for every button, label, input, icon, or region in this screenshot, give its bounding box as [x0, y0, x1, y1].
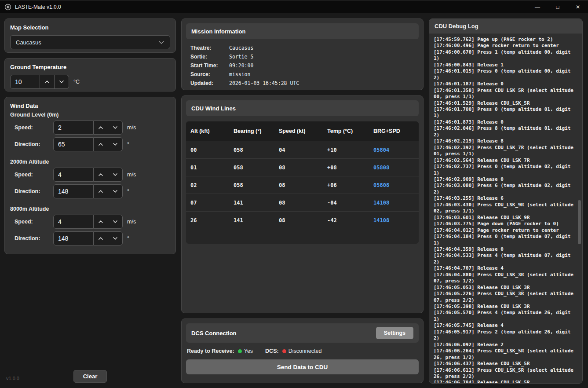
unit-label: m/s [127, 219, 136, 225]
log-entry: [17:46:04.359] Release 0 [434, 246, 579, 253]
wind-table-cell: +10 [327, 147, 373, 153]
wind-table-cell: 05808 [373, 165, 419, 171]
increment-button[interactable] [94, 231, 108, 245]
dcs-connection-header: DCS Connection Settings [186, 323, 419, 343]
log-entry: [17:46:06.611] Press CDU_LSK_5R (select … [434, 367, 579, 380]
speed-label: Speed: [10, 219, 53, 225]
wind-table-row[interactable]: 2614108-4214108 [186, 211, 419, 229]
wind-table-body: 0005804+10058040105808+08058080205808+06… [186, 141, 419, 229]
window-title: LASTE-Mate v1.0.0 [15, 4, 61, 10]
send-data-to-cdu-button[interactable]: Send Data to CDU [186, 359, 419, 374]
mission-row: Theatre:Caucasus [190, 44, 414, 52]
increment-button[interactable] [94, 137, 108, 151]
wind-table-cell: 05804 [373, 147, 419, 153]
wind-table-row[interactable]: 0105808+0805808 [186, 158, 419, 176]
temperature-input[interactable] [10, 75, 40, 89]
mission-row: Source:mission [190, 70, 414, 79]
log-entry: [17:46:05.745] Release 4 [434, 322, 579, 329]
ready-status-value: Yes [244, 348, 253, 354]
wind-table-header: Alt (kft)Bearing (°)Speed (kt)Temp (°C)B… [186, 121, 419, 141]
direction-row: Direction:° [10, 137, 170, 151]
direction-input[interactable] [53, 184, 94, 198]
unit-label: ° [127, 235, 129, 242]
log-entry: [17:46:03.080] Press 6 (temp altitude 02… [434, 183, 579, 195]
speed-input[interactable] [53, 121, 94, 135]
decrement-button[interactable] [108, 137, 123, 151]
clear-button[interactable]: Clear [73, 370, 107, 383]
mission-row-label: Start Time: [190, 62, 229, 69]
decrement-button[interactable] [55, 75, 69, 89]
cdu-debug-log-header: CDU Debug Log [429, 19, 582, 33]
unit-label: m/s [127, 172, 136, 178]
dcs-connection-panel: DCS Connection Settings Ready to Receive… [181, 318, 424, 383]
wind-table-row[interactable]: 0005804+1005804 [186, 141, 419, 158]
increment-button[interactable] [94, 121, 108, 135]
window-controls: — □ ✕ [527, 0, 588, 13]
wind-table-row[interactable]: 0714108-0414108 [186, 194, 419, 211]
cdu-wind-lines-header: CDU Wind Lines [186, 100, 419, 116]
wind-section-label: Ground Level (0m) [10, 112, 170, 118]
increment-button[interactable] [94, 215, 108, 229]
speed-input[interactable] [53, 168, 94, 182]
log-entry: [17:46:06.264] Press CDU_LSK_5R (select … [434, 348, 579, 361]
close-icon: ✕ [576, 4, 580, 10]
log-entry: [17:46:00.670] Press 1 (temp altitude 00… [434, 49, 579, 62]
direction-input[interactable] [53, 231, 94, 245]
dcs-status-dot [282, 349, 286, 353]
wind-table-cell: 07 [186, 200, 234, 206]
wind-table-column-header: Temp (°C) [327, 128, 373, 134]
settings-button[interactable]: Settings [376, 327, 413, 339]
speed-input[interactable] [53, 215, 94, 229]
decrement-button[interactable] [108, 184, 123, 198]
increment-button[interactable] [94, 184, 108, 198]
log-entry: [17:46:05.917] Press 2 (temp altitude 26… [434, 329, 579, 342]
increment-button[interactable] [94, 168, 108, 182]
wind-table-cell: 08 [279, 200, 327, 206]
wind-table-cell: 05808 [373, 182, 419, 188]
wind-table-cell: 02 [186, 182, 234, 188]
chevron-down-icon [158, 40, 164, 44]
unit-label: ° [127, 141, 129, 147]
decrement-button[interactable] [108, 215, 123, 229]
speed-row: Speed:m/s [10, 215, 170, 229]
minimize-button[interactable]: — [527, 0, 548, 13]
wind-table-column-header: Speed (kt) [279, 128, 327, 134]
log-entry: [17:46:03.775] Page down (PAGE rocker to… [434, 221, 579, 227]
minimize-icon: — [535, 4, 540, 10]
dcs-connection-title: DCS Connection [191, 330, 237, 337]
unit-label: ° [127, 188, 129, 194]
log-entry: [17:46:04.880] Press CDU_LSK_3R (select … [434, 272, 579, 285]
wind-section: 2000m AltitudeSpeed:m/sDirection:° [10, 159, 170, 198]
decrement-button[interactable] [108, 231, 123, 245]
wind-table-column-header: BRG+SPD [373, 128, 419, 134]
cdu-wind-lines-title: CDU Wind Lines [191, 105, 236, 112]
increment-button[interactable] [40, 75, 55, 89]
log-entry: [17:46:06.092] Release 2 [434, 342, 579, 348]
map-selection-panel: Map Selection Caucasus [4, 18, 176, 53]
direction-row: Direction:° [10, 231, 170, 245]
decrement-button[interactable] [108, 121, 123, 135]
log-entry: [17:46:01.015] Press 0 (temp altitude 00… [434, 68, 579, 81]
wind-table-cell: 058 [234, 165, 279, 171]
direction-input[interactable] [53, 137, 94, 151]
log-entry: [17:46:01.873] Release 0 [434, 119, 579, 125]
wind-table-cell: -42 [327, 217, 373, 223]
speed-label: Speed: [10, 172, 53, 178]
close-button[interactable]: ✕ [568, 0, 588, 13]
ground-temperature-panel: Ground Temperature °C [4, 58, 176, 92]
wind-table-column-header: Alt (kft) [186, 128, 234, 134]
maximize-button[interactable]: □ [548, 0, 568, 13]
log-entry: [17:46:00.843] Release 1 [434, 62, 579, 68]
decrement-button[interactable] [108, 168, 123, 182]
scrollbar-thumb[interactable] [578, 200, 581, 244]
wind-section-label: 8000m Altitude [10, 206, 170, 212]
map-selection-title: Map Selection [10, 24, 170, 31]
mission-information-panel: Mission Information Theatre:CaucasusSort… [181, 18, 424, 90]
log-entry: [17:46:02.392] Press CDU_LSK_7R (select … [434, 145, 579, 157]
wind-table-cell: 01 [186, 165, 234, 171]
unit-label: °C [73, 79, 80, 85]
wind-table-row[interactable]: 0205808+0605808 [186, 176, 419, 194]
map-select-dropdown[interactable]: Caucasus [10, 35, 170, 49]
right-column: CDU Debug Log [17:45:59.762] Page up (PA… [429, 18, 583, 384]
speed-row: Speed:m/s [10, 168, 170, 182]
